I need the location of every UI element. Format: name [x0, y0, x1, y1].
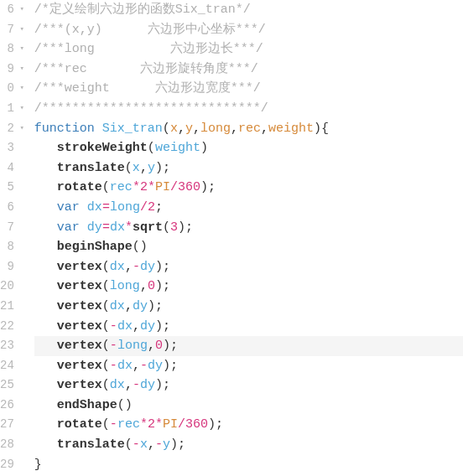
- line-number: 8: [7, 39, 13, 60]
- line-number: 9: [7, 257, 13, 277]
- punct-token: ,: [125, 299, 133, 313]
- line-number: 2: [7, 119, 13, 139]
- code-line[interactable]: /***weight 六边形边宽度***/: [34, 79, 463, 99]
- ident-token: dy: [148, 359, 163, 373]
- number-token: 2: [148, 417, 155, 432]
- code-line[interactable]: /***long 六边形边长***/: [34, 39, 463, 60]
- gutter-line: 25: [0, 375, 24, 396]
- code-line[interactable]: vertex(dx,-dy);: [34, 375, 463, 396]
- punct-token: ;: [178, 437, 185, 452]
- code-line[interactable]: translate(-x,-y);: [34, 435, 463, 455]
- op-token: -: [110, 339, 117, 353]
- text-token: [34, 200, 57, 215]
- punct-token: ,: [193, 122, 200, 136]
- line-number: 25: [0, 375, 14, 396]
- text-token: [34, 378, 57, 392]
- code-line[interactable]: strokeWeight(weight): [34, 138, 463, 158]
- punct-token: (: [102, 378, 110, 392]
- code-line[interactable]: vertex(long,0);: [34, 277, 463, 297]
- code-line[interactable]: beginShape(): [34, 237, 463, 257]
- code-line[interactable]: /*****************************/: [34, 99, 463, 119]
- op-token: -: [110, 319, 117, 334]
- punct-token: ): [208, 417, 216, 432]
- code-line[interactable]: function Six_tran(x,y,long,rec,weight){: [34, 119, 463, 139]
- fold-toggle-icon[interactable]: ▾: [16, 39, 24, 60]
- op-token: -: [133, 437, 140, 452]
- number-token: 3: [170, 220, 178, 235]
- code-editor[interactable]: 6▾7▾8▾9▾0▾1▾2▾34567892021222324252627282…: [0, 0, 463, 476]
- number-token: 0: [155, 339, 163, 353]
- line-number: 29: [0, 455, 14, 475]
- punct-token: ;: [163, 161, 170, 175]
- var-token: var: [57, 200, 80, 215]
- text-token: [80, 200, 87, 215]
- line-number: 1: [7, 99, 13, 119]
- punct-token: ,: [178, 122, 185, 136]
- punct-token: ;: [216, 417, 223, 432]
- punct-token: ,: [133, 319, 140, 334]
- op-token: /: [170, 180, 178, 194]
- func-token: vertex: [57, 279, 102, 293]
- punct-token: ,: [125, 378, 133, 392]
- code-line[interactable]: /***rec 六边形旋转角度***/: [34, 60, 463, 80]
- punct-token: }: [34, 458, 42, 472]
- fold-toggle-icon[interactable]: ▾: [16, 99, 24, 119]
- code-line[interactable]: }: [34, 455, 463, 475]
- ident-token: weight: [155, 141, 200, 155]
- punct-token: ,: [261, 122, 268, 136]
- punct-token: ): [155, 279, 163, 293]
- punct-token: (: [102, 279, 110, 293]
- func-token: translate: [57, 437, 125, 452]
- keyword-token: function: [34, 122, 95, 136]
- code-line[interactable]: rotate(-rec*2*PI/360);: [34, 415, 463, 435]
- punct-token: ;: [208, 180, 216, 194]
- text-token: [34, 339, 57, 353]
- param-token: y: [185, 122, 193, 136]
- code-line[interactable]: vertex(dx,-dy);: [34, 257, 463, 277]
- ident-token: dy: [87, 220, 102, 235]
- ident-token: y: [148, 161, 155, 175]
- code-line[interactable]: /*定义绘制六边形的函数Six_tran*/: [34, 0, 463, 20]
- ident-token: dx: [110, 220, 125, 235]
- gutter-line: 9: [0, 257, 24, 277]
- fold-toggle-icon[interactable]: ▾: [16, 119, 24, 139]
- comment-token: /***(x,y) 六边形中心坐标***/: [34, 23, 266, 37]
- code-line[interactable]: translate(x,y);: [34, 158, 463, 178]
- op-token: -: [110, 417, 117, 432]
- fold-toggle-icon[interactable]: ▾: [16, 60, 24, 80]
- code-line[interactable]: vertex(-dx,dy);: [34, 317, 463, 337]
- punct-token: (: [125, 437, 133, 452]
- punct-token: ): [163, 339, 170, 353]
- gutter-line: 3: [0, 138, 24, 158]
- fold-toggle-icon[interactable]: ▾: [16, 20, 24, 40]
- code-line[interactable]: /***(x,y) 六边形中心坐标***/: [34, 20, 463, 40]
- code-line[interactable]: endShape(): [34, 396, 463, 416]
- comment-token: /***rec 六边形旋转角度***/: [34, 62, 258, 76]
- punct-token: ;: [170, 359, 178, 373]
- func-token: strokeWeight: [57, 141, 148, 155]
- code-line[interactable]: vertex(dx,dy);: [34, 297, 463, 317]
- punct-token: ): [163, 359, 170, 373]
- code-line[interactable]: var dy=dx*sqrt(3);: [34, 218, 463, 238]
- func-token: vertex: [57, 378, 102, 392]
- fold-toggle-icon[interactable]: ▾: [16, 0, 24, 20]
- code-line[interactable]: vertex(-dx,-dy);: [34, 356, 463, 376]
- ident-token: dy: [140, 319, 155, 334]
- punct-token: ): [200, 180, 208, 194]
- gutter-line: 23: [0, 336, 24, 356]
- param-token: weight: [268, 122, 314, 136]
- code-area[interactable]: /*定义绘制六边形的函数Six_tran*//***(x,y) 六边形中心坐标*…: [29, 0, 463, 476]
- fold-toggle-icon[interactable]: ▾: [16, 79, 24, 99]
- gutter-line: 7: [0, 218, 24, 238]
- gutter-line: 4: [0, 158, 24, 178]
- text-token: [34, 180, 57, 194]
- code-line[interactable]: var dx=long/2;: [34, 198, 463, 218]
- punct-token: ,: [148, 339, 155, 353]
- gutter-line: 20: [0, 277, 24, 297]
- text-token: [34, 260, 57, 274]
- code-line[interactable]: vertex(-long,0);: [34, 336, 463, 356]
- line-number: 7: [7, 20, 13, 40]
- text-token: [34, 161, 57, 175]
- funcname-token: Six_tran: [102, 122, 163, 136]
- code-line[interactable]: rotate(rec*2*PI/360);: [34, 178, 463, 198]
